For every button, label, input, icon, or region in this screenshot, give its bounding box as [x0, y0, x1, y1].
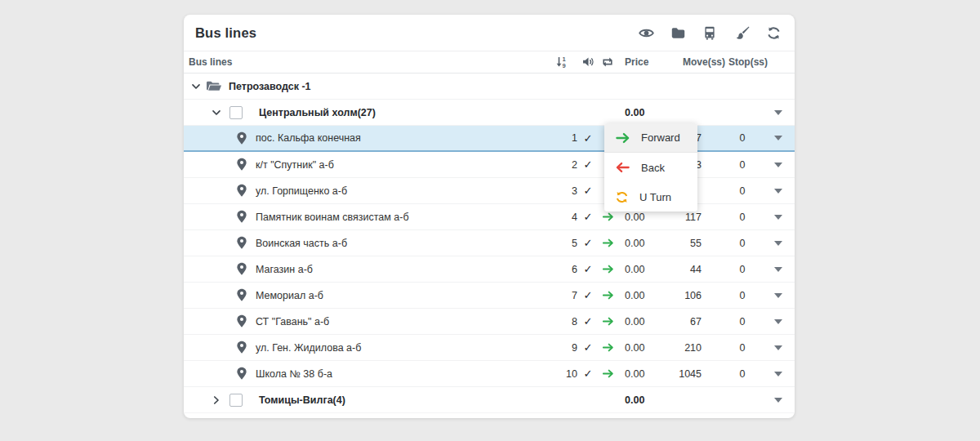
forward-direction-icon[interactable] — [602, 238, 614, 248]
group-checkbox[interactable] — [229, 394, 243, 407]
menu-item-forward[interactable]: Forward — [604, 123, 697, 153]
row-actions-cell[interactable] — [762, 189, 795, 194]
caret-down-icon[interactable] — [774, 241, 782, 246]
stop-row[interactable]: Воинская часть а-б5✓ 0.00550 — [184, 230, 795, 256]
direction-cell[interactable] — [597, 212, 618, 222]
chevron-down-icon[interactable] — [212, 108, 221, 118]
row-label: пос. Кальфа конечная — [256, 132, 361, 144]
stop-number-cell: 9 — [545, 342, 579, 354]
row-actions-cell[interactable] — [762, 345, 795, 350]
row-actions-cell[interactable] — [762, 241, 795, 246]
route-group-row[interactable]: Томицы-Вилга(4)0.00 — [184, 387, 795, 413]
sort-numeric-icon[interactable]: 19 — [545, 56, 579, 69]
direction-cell[interactable] — [597, 264, 618, 274]
checkmark: ✓ — [584, 237, 593, 249]
check-cell: ✓ — [579, 211, 597, 223]
stop-row[interactable]: Памятник воинам связистам а-б4✓ 0.001170 — [184, 204, 795, 230]
price-cell[interactable]: 0.00 — [618, 107, 675, 118]
row-actions-cell[interactable] — [762, 110, 795, 115]
caret-down-icon[interactable] — [774, 267, 782, 272]
price-cell[interactable]: 0.00 — [618, 342, 675, 354]
row-actions-cell[interactable] — [762, 136, 795, 140]
caret-down-icon[interactable] — [774, 319, 782, 324]
stop-row[interactable]: ул. Ген. Жидилова а-б9✓ 0.002100 — [184, 335, 795, 361]
move-cell: 44 — [675, 264, 723, 275]
direction-cell[interactable] — [597, 238, 618, 248]
menu-item-back[interactable]: Back — [604, 153, 697, 182]
row-actions-cell[interactable] — [762, 372, 795, 376]
caret-down-icon[interactable] — [774, 163, 782, 167]
price-cell[interactable]: 0.00 — [618, 290, 675, 301]
price-cell[interactable]: 0.00 — [618, 394, 675, 406]
forward-direction-icon[interactable] — [602, 316, 614, 327]
visibility-button[interactable] — [638, 24, 654, 41]
stop-number-cell: 3 — [545, 185, 579, 197]
row-actions-cell[interactable] — [762, 163, 795, 167]
direction-cell[interactable] — [597, 342, 618, 353]
stop-seconds-cell: 0 — [723, 264, 762, 275]
refresh-icon — [766, 25, 782, 41]
column-header-stop[interactable]: Stop(ss) — [723, 56, 762, 68]
stop-number-cell: 7 — [545, 290, 579, 301]
clear-button[interactable] — [733, 24, 750, 41]
refresh-button[interactable] — [765, 24, 782, 41]
direction-cell[interactable] — [597, 316, 618, 327]
row-label: СТ "Гавань" а-б — [256, 316, 329, 327]
stop-row[interactable]: Магазин а-б6✓ 0.00440 — [184, 256, 795, 283]
column-header-price[interactable]: Price — [618, 56, 675, 68]
menu-item-label: U Turn — [639, 191, 671, 203]
price-cell[interactable]: 0.00 — [618, 238, 675, 249]
route-group-row[interactable]: Центральный холм(27)0.00 — [184, 100, 795, 126]
caret-down-icon[interactable] — [774, 345, 782, 350]
folder-button[interactable] — [670, 24, 686, 41]
price-cell[interactable]: 0.00 — [618, 212, 675, 223]
column-header-move[interactable]: Move(ss) — [675, 56, 723, 68]
forward-direction-icon[interactable] — [602, 342, 614, 353]
row-actions-cell[interactable] — [762, 319, 795, 324]
group-checkbox[interactable] — [229, 106, 243, 119]
repeat-icon[interactable] — [597, 56, 618, 69]
price-cell[interactable]: 0.00 — [618, 316, 675, 327]
row-name-cell: Воинская часть а-б — [184, 230, 545, 256]
u-turn-icon — [615, 190, 629, 204]
check-cell: ✓ — [579, 315, 597, 327]
caret-down-icon[interactable] — [774, 215, 782, 220]
forward-direction-icon[interactable] — [602, 368, 614, 379]
chevron-right-icon[interactable] — [212, 395, 221, 405]
direction-cell[interactable] — [597, 290, 618, 301]
price-cell[interactable]: 0.00 — [618, 264, 675, 275]
chevron-down-icon[interactable] — [191, 82, 201, 91]
row-actions-cell[interactable] — [762, 398, 795, 403]
stop-number-cell: 2 — [545, 159, 579, 171]
forward-direction-icon[interactable] — [602, 264, 614, 274]
stop-number-cell: 5 — [545, 238, 579, 249]
row-actions-cell[interactable] — [762, 293, 795, 298]
stop-row[interactable]: пос. Кальфа конечная1✓70 — [184, 126, 795, 152]
caret-down-icon[interactable] — [774, 398, 782, 403]
volume-icon[interactable] — [579, 56, 597, 69]
price-cell[interactable]: 0.00 — [618, 368, 675, 380]
stop-seconds-cell: 0 — [723, 132, 762, 144]
row-actions-cell[interactable] — [762, 267, 795, 272]
stop-row[interactable]: Мемориал а-б7✓ 0.001060 — [184, 283, 795, 309]
caret-down-icon[interactable] — [774, 293, 782, 298]
bus-button[interactable] — [702, 24, 718, 41]
row-name-cell: СТ "Гавань" а-б — [184, 309, 545, 334]
check-cell: ✓ — [579, 132, 597, 145]
stop-row[interactable]: ул. Горпищенко а-б3✓0 — [184, 178, 795, 204]
stop-row[interactable]: Школа № 38 б-а10✓ 0.0010450 — [184, 361, 795, 387]
stop-row[interactable]: СТ "Гавань" а-б8✓ 0.00670 — [184, 309, 795, 335]
caret-down-icon[interactable] — [774, 189, 782, 194]
caret-down-icon[interactable] — [774, 372, 782, 376]
checkmark: ✓ — [584, 368, 593, 380]
caret-down-icon[interactable] — [774, 110, 782, 115]
row-actions-cell[interactable] — [762, 215, 795, 220]
caret-down-icon[interactable] — [774, 136, 782, 140]
forward-direction-icon[interactable] — [602, 212, 614, 222]
column-header-bus-lines[interactable]: Bus lines — [184, 56, 545, 68]
stop-row[interactable]: к/т "Спутник" а-б2✓30 — [184, 152, 795, 178]
direction-cell[interactable] — [597, 368, 618, 379]
forward-direction-icon[interactable] — [602, 290, 614, 301]
menu-item-u-turn[interactable]: U Turn — [604, 182, 697, 212]
depot-row[interactable]: Петрозаводск -1 — [184, 74, 795, 100]
